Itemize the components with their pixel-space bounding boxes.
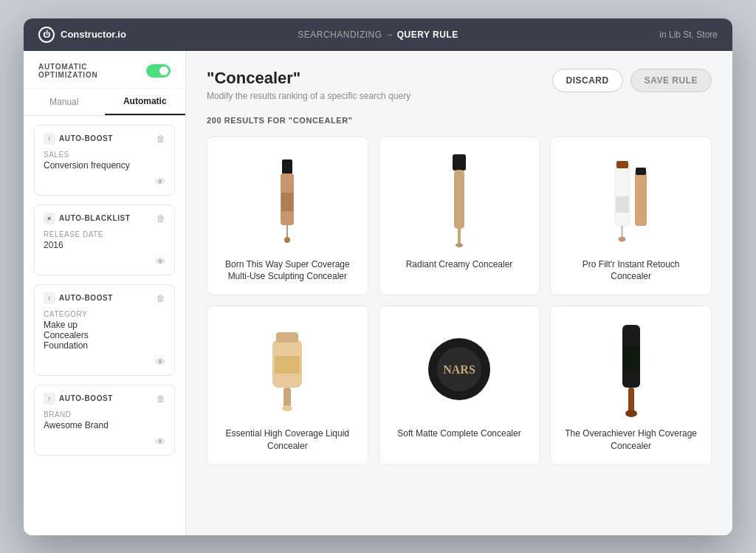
svg-rect-2 — [281, 193, 293, 211]
product-grid: Born This Way Super Coverage Multi-Use S… — [207, 137, 712, 465]
top-navigation: ⏻ Constructor.io SEARCHANDIZING → QUERY … — [24, 18, 732, 51]
product-image-2 — [563, 152, 699, 248]
eye-button-0[interactable]: 👁 — [156, 176, 165, 188]
main-content: "Concealer" Modify the results ranking o… — [186, 51, 732, 535]
rule-card-2: ↑ AUTO-BOOST 🗑 CATEGORY Make upConcealer… — [34, 284, 175, 376]
rule-field-label-1: RELEASE DATE — [44, 230, 165, 238]
trash-button-3[interactable]: 🗑 — [157, 394, 165, 404]
sidebar-header: AUTOMATIC OPTIMIZATION — [24, 51, 185, 89]
rule-field-label-3: BRAND — [44, 411, 165, 419]
auto-blacklist-icon-1: × — [44, 213, 55, 224]
rule-type-label-1: AUTO-BLACKLIST — [59, 214, 131, 222]
trash-button-2[interactable]: 🗑 — [157, 293, 165, 303]
rule-card-header-1: × AUTO-BLACKLIST 🗑 — [44, 213, 165, 224]
rule-card-header-3: ↑ AUTO-BOOST 🗑 — [44, 393, 165, 405]
product-name-0: Born This Way Super Coverage Multi-Use S… — [219, 258, 356, 284]
rule-card-footer-2: 👁 — [44, 357, 165, 368]
breadcrumb-active: QUERY RULE — [397, 30, 458, 40]
product-name-2: Pro Filt'r Instant Retouch Concealer — [563, 258, 699, 284]
product-image-5 — [563, 321, 699, 417]
trash-button-0[interactable]: 🗑 — [157, 134, 165, 144]
svg-rect-9 — [615, 163, 630, 226]
product-card-4[interactable]: NARS Soft Matte Complete Concealer — [379, 306, 540, 465]
eye-button-1[interactable]: 👁 — [156, 256, 165, 267]
product-image-4: NARS — [391, 321, 528, 417]
rule-type-badge-0: ↑ AUTO-BOOST — [44, 133, 113, 145]
rule-type-badge-3: ↑ AUTO-BOOST — [44, 393, 113, 405]
product-image-3 — [219, 321, 356, 417]
breadcrumb-prefix: SEARCHANDIZING — [298, 30, 382, 40]
rule-field-value-3: Awesome Brand — [44, 420, 165, 430]
svg-point-4 — [284, 237, 290, 243]
rule-card-3: ↑ AUTO-BOOST 🗑 BRAND Awesome Brand 👁 — [34, 385, 175, 456]
rule-card-footer-0: 👁 — [44, 176, 165, 188]
query-title: "Concealer" — [207, 69, 410, 88]
product-card-0[interactable]: Born This Way Super Coverage Multi-Use S… — [207, 137, 368, 296]
product-name-1: Radiant Creamy Concealer — [406, 258, 513, 271]
rule-type-badge-2: ↑ AUTO-BOOST — [44, 292, 113, 304]
tab-manual[interactable]: Manual — [24, 89, 105, 115]
svg-rect-19 — [284, 388, 291, 408]
main-layout: AUTOMATIC OPTIMIZATION Manual Automatic … — [24, 51, 732, 535]
breadcrumb: SEARCHANDIZING → QUERY RULE — [171, 30, 585, 40]
auto-opt-toggle[interactable] — [146, 64, 171, 78]
rule-type-label-2: AUTO-BOOST — [59, 294, 113, 302]
query-info: "Concealer" Modify the results ranking o… — [207, 69, 410, 101]
auto-boost-icon-0: ↑ — [44, 133, 55, 145]
product-name-4: Soft Matte Complete Concealer — [397, 427, 520, 440]
eye-button-3[interactable]: 👁 — [156, 436, 165, 447]
svg-point-13 — [618, 236, 625, 241]
query-subtitle: Modify the results ranking of a specific… — [207, 91, 410, 101]
rule-field-value-2: Make upConcealersFoundation — [44, 320, 165, 351]
product-card-1[interactable]: Radiant Creamy Concealer — [379, 137, 540, 296]
svg-rect-0 — [282, 159, 292, 174]
svg-rect-17 — [276, 332, 298, 343]
product-card-3[interactable]: Essential High Coverage Liquid Concealer — [207, 306, 368, 465]
svg-rect-15 — [636, 168, 646, 175]
product-image-0 — [219, 152, 356, 248]
rule-card-1: × AUTO-BLACKLIST 🗑 RELEASE DATE 2016 👁 — [34, 205, 175, 275]
app-window: ⏻ Constructor.io SEARCHANDIZING → QUERY … — [24, 18, 732, 535]
rule-field-value-1: 2016 — [44, 240, 165, 250]
logo-area: ⏻ Constructor.io — [38, 27, 171, 43]
rule-type-badge-1: × AUTO-BLACKLIST — [44, 213, 131, 224]
svg-text:NARS: NARS — [443, 363, 475, 376]
discard-button[interactable]: DISCARD — [552, 69, 623, 92]
trash-button-1[interactable]: 🗑 — [157, 213, 165, 224]
svg-rect-25 — [623, 347, 639, 369]
rule-type-label-0: AUTO-BOOST — [59, 134, 113, 142]
rule-field-value-0: Conversion frequency — [44, 160, 165, 171]
svg-rect-6 — [454, 170, 464, 229]
auto-opt-label: AUTOMATIC OPTIMIZATION — [38, 63, 146, 79]
store-label: in Lib St. Store — [585, 30, 718, 40]
logo-text: Constructor.io — [61, 29, 126, 40]
rule-card-0: ↑ AUTO-BOOST 🗑 SALES Conversion frequenc… — [34, 125, 175, 196]
svg-rect-7 — [458, 229, 461, 245]
rule-card-header-0: ↑ AUTO-BOOST 🗑 — [44, 133, 165, 145]
product-card-5[interactable]: The Overachiever High Coverage Concealer — [550, 306, 712, 465]
product-card-2[interactable]: Pro Filt'r Instant Retouch Concealer — [550, 137, 712, 296]
product-name-5: The Overachiever High Coverage Concealer — [563, 427, 699, 453]
tab-automatic[interactable]: Automatic — [105, 89, 186, 115]
sidebar: AUTOMATIC OPTIMIZATION Manual Automatic … — [24, 51, 186, 535]
svg-point-27 — [625, 410, 637, 417]
product-image-1 — [391, 152, 528, 248]
rule-type-label-3: AUTO-BOOST — [59, 394, 113, 402]
rule-field-label-2: CATEGORY — [44, 310, 165, 318]
tab-row: Manual Automatic — [24, 89, 185, 116]
svg-rect-5 — [453, 154, 466, 171]
svg-rect-18 — [275, 356, 300, 374]
eye-button-2[interactable]: 👁 — [156, 357, 165, 368]
svg-rect-26 — [628, 388, 634, 413]
results-label: 200 RESULTS FOR "CONCEALER" — [207, 116, 712, 125]
header-actions: DISCARD SAVE RULE — [552, 69, 712, 92]
rule-card-footer-3: 👁 — [44, 436, 165, 447]
auto-boost-icon-3: ↑ — [44, 393, 55, 405]
save-rule-button[interactable]: SAVE RULE — [630, 69, 712, 92]
rule-field-label-0: SALES — [44, 151, 165, 159]
content-header: "Concealer" Modify the results ranking o… — [207, 69, 712, 101]
logo-icon: ⏻ — [38, 27, 55, 43]
svg-rect-14 — [635, 171, 647, 226]
svg-point-8 — [456, 243, 463, 247]
svg-rect-11 — [616, 196, 629, 213]
